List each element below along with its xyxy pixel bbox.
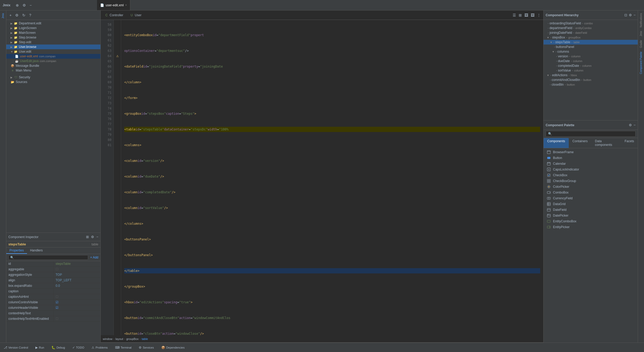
palette-search-input[interactable] [546,131,636,137]
palette-tab-data[interactable]: Data components [591,138,621,148]
h-item-commit-btn[interactable]: · commitAndCloseBtn - button [544,78,638,82]
editor-tab-user-edit[interactable]: 📄 user-edit.xml × [97,0,130,10]
line-numbers: 5859606162 6364656667 6869707172 7374757… [101,20,114,335]
h-item-duedate[interactable]: · dueDate - column [544,59,638,63]
tree-item-step-edit[interactable]: ▶ 📁 Step.edit [6,40,100,45]
header-icon-menu[interactable]: ☰ [512,13,517,18]
palette-item-entitypicker[interactable]: EntityPicker [544,224,638,230]
tab-label: user-edit.xml [106,3,124,7]
status-problems[interactable]: ⚠ Problems [90,345,109,350]
tree-item-user-edit[interactable]: ▼ 📁 User.edit [6,49,100,54]
header-icon-more[interactable]: ⋮ [536,13,541,18]
breadcrumb-groupbox[interactable]: groupBox [126,337,138,340]
palette-tab-facets[interactable]: Facets [621,138,638,148]
editor-tab-controller[interactable]: C Controller [103,13,126,18]
status-dependencies[interactable]: 📦 Dependencies [160,345,186,350]
sidebar-refresh-btn[interactable]: ↻ [21,13,26,18]
h-item-buttonspanel[interactable]: · buttonsPanel [544,45,638,49]
h-item-department[interactable]: · departmentField - entityCombo [544,26,638,30]
palette-item-checkboxgroup[interactable]: CheckBoxGroup [544,178,638,184]
h-item-edit-actions[interactable]: ▼ · editActions - hbox [544,73,638,78]
status-terminal[interactable]: ⌨ Terminal [114,345,133,350]
header-icon-grid[interactable]: ⊞ [518,13,522,18]
palette-item-capslockind[interactable]: A CapsLockIndicator [544,167,638,172]
status-version-control[interactable]: ⎇ Version Control [2,345,30,350]
palette-tab-components[interactable]: Components [544,138,569,148]
tree-item-user-browse[interactable]: ▶ 📁 User.browse [6,45,100,49]
tree-item-user-edit-xml[interactable]: 📄 user-edit.xml com.compan [6,54,100,59]
palette-item-datagrid[interactable]: DataGrid [544,201,638,207]
title-icon-1[interactable]: ⊕ [15,3,20,8]
palette-item-button[interactable]: Button [544,155,638,161]
palette-item-currencyfield[interactable]: $ CurrencyField [544,195,638,201]
tree-item-message-bundle[interactable]: 📦 Message Bundle [6,63,100,68]
tree-item-security[interactable]: ▶ 🛡 Security [6,75,100,80]
h-item-columns[interactable]: ▼ · columns [544,49,638,54]
tree-item-mainscreen[interactable]: ▶ 📁 MainScreen [6,30,100,35]
title-icon-2[interactable]: ⚙ [22,3,27,8]
rail-tab-jmix[interactable]: Jmix [1,12,5,20]
inspector-layout-btn[interactable]: ⊞ [86,235,89,239]
h-item-close-btn[interactable]: · closeBtn - button [544,82,638,87]
palette-item-browserframe[interactable]: BrowserFrame [544,149,638,155]
palette-close-btn[interactable]: − [634,123,636,127]
rail-tab-jmix-right[interactable]: Jmix [639,29,643,38]
h-item-sortvalue[interactable]: · sortValue - column [544,68,638,73]
property-search-input[interactable] [8,255,88,260]
palette-item-datepicker[interactable]: DatePicker [544,213,638,218]
status-todo[interactable]: ✓ TODO [71,345,86,350]
palette-icon-colorpicker [547,185,551,189]
hierarchy-expand-btn[interactable]: ⊡ [624,13,627,17]
status-services[interactable]: ⚙ Services [137,345,155,350]
status-run[interactable]: ▶ Run [34,345,46,350]
header-icon-image1[interactable]: 🖼 [524,13,529,18]
tree-item-sources[interactable]: 📂 Sources [6,80,100,84]
rail-tab-component-palette[interactable]: Component Palette [639,50,643,76]
code-line-65: <columns> [124,142,540,148]
breadcrumb-layout[interactable]: layout [115,337,123,340]
sidebar-add-btn[interactable]: + [8,13,13,18]
breadcrumb-window[interactable]: window [103,337,112,340]
add-property-btn[interactable]: + Add [90,256,98,259]
h-item-stepstable[interactable]: ▼ · stepsTable - table [544,40,638,45]
tree-item-user-edit-java[interactable]: ☕ UserEdit.java com.compan [6,59,100,63]
attr-val: "dueDate" [143,174,160,179]
h-item-onboarding[interactable]: · onboardingStatusField - combo [544,21,638,26]
editor-tab-user[interactable]: U User [128,13,144,18]
status-debug[interactable]: 🐛 Debug [50,345,66,350]
palette-item-entitycombobox[interactable]: EntityComboBox [544,218,638,224]
sidebar-run-btn[interactable]: ⚙ [14,13,20,18]
user-icon: U [131,13,133,17]
h-label: · joiningDateField [548,31,572,35]
inspector-settings-btn[interactable]: ⚙ [91,235,94,239]
palette-item-calendar[interactable]: Calendar [544,161,638,167]
palette-tab-containers[interactable]: Containers [569,138,591,148]
title-icon-3[interactable]: − [29,3,33,8]
tab-close-btn[interactable]: × [125,4,127,7]
tree-item-step-browse[interactable]: ▶ 📁 Step.browse [6,35,100,40]
palette-item-combobox[interactable]: ComboBox [544,190,638,195]
h-item-stepsbox[interactable]: ▼ · stepsBox - groupBox [544,35,638,40]
tree-item-main-menu[interactable]: ≡ Main Menu [6,68,100,73]
tab-properties[interactable]: Properties [6,248,27,254]
palette-settings-btn[interactable]: ⚙ [629,123,632,127]
code-content[interactable]: <entityComboBox id="departmentField" pro… [121,20,543,335]
h-item-joining[interactable]: · joiningDateField - dateField [544,30,638,35]
palette-item-checkbox[interactable]: CheckBox [544,172,638,178]
breadcrumb-table[interactable]: table [142,337,148,340]
hierarchy-close-btn[interactable]: − [634,13,636,17]
palette-item-datefield[interactable]: DateField [544,207,638,213]
sidebar-help-btn[interactable]: ? [28,13,32,18]
tab-handlers[interactable]: Handlers [27,248,46,254]
h-item-version[interactable]: · version - column [544,54,638,59]
header-icon-image2[interactable]: 🖼 [530,13,535,18]
hierarchy-settings-btn[interactable]: ⚙ [629,13,632,17]
rail-tab-notifications[interactable]: Notifications [639,12,643,29]
inspector-close-btn[interactable]: − [96,235,98,239]
tree-item-department-edit[interactable]: ▶ 📁 Department.edit [6,21,100,26]
tree-item-loginscreen[interactable]: ▶ 📁 LoginScreen [6,26,100,30]
palette-icon-datefield [547,208,551,212]
rail-tab-gradle[interactable]: Gradle [639,38,643,50]
palette-item-colorpicker[interactable]: ColorPicker [544,184,638,190]
h-item-completeddate[interactable]: · completedDate - column [544,63,638,68]
